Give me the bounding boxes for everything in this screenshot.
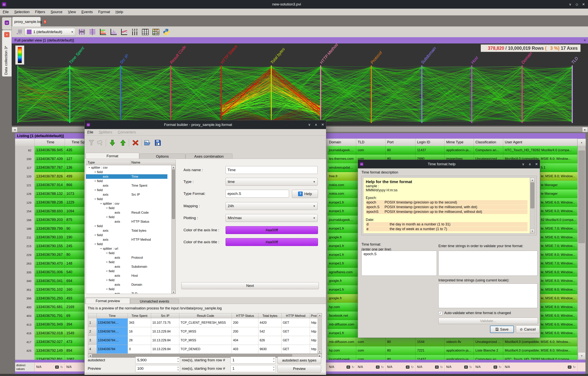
cell-time[interactable]: 1334036791.791 bbox=[35, 312, 65, 320]
tree-row[interactable]: axisSubdomain bbox=[86, 264, 168, 269]
autovalidate-row[interactable]: ✓ Auto-validate when time format is chan… bbox=[438, 311, 511, 315]
tab-options[interactable]: Options bbox=[139, 154, 185, 159]
preview-table[interactable]: TimeTime SpentSrc IPResult CodeHTTP Stat… bbox=[88, 313, 322, 354]
tab-unmatched-events[interactable]: Unmatched events bbox=[130, 299, 179, 304]
cell-domain[interactable]: europe1.fr bbox=[327, 259, 356, 268]
column-header-login-id[interactable]: Login ID bbox=[416, 139, 445, 146]
cell-time[interactable]: 1334036791.949 bbox=[35, 320, 65, 329]
dialog-close-button[interactable]: ✕ bbox=[533, 162, 540, 166]
preview-col-Time Spent[interactable]: Time Spent bbox=[128, 313, 151, 318]
autodetect-start-spinbox[interactable]: 1 ▲▼ bbox=[231, 357, 276, 364]
cell-domain[interactable]: google.fr bbox=[327, 277, 356, 285]
cell-tld[interactable]: com bbox=[356, 346, 386, 355]
preview-col-Src IP[interactable]: Src IP bbox=[151, 313, 179, 318]
preview-col-Result Code[interactable]: Result Code bbox=[179, 313, 232, 318]
autodetect-count-spinbox[interactable]: 5,900 ▲▼ bbox=[135, 357, 180, 364]
tree-row[interactable]: axisTime Spent bbox=[86, 183, 168, 188]
axis-total-bytes[interactable] bbox=[271, 65, 272, 123]
scroll-down-icon[interactable]: ▼ bbox=[578, 352, 586, 359]
refresh-icon[interactable]: ↻ bbox=[411, 365, 414, 369]
cell-mime-type[interactable]: video/x-flv bbox=[445, 338, 474, 346]
cell-port[interactable]: 80 bbox=[386, 338, 416, 346]
cell-time[interactable]: 1334036792.891 bbox=[35, 355, 65, 360]
dialog-minimize-button[interactable]: ∨ bbox=[520, 162, 526, 166]
cell-time[interactable]: 1334036790.155 bbox=[35, 242, 65, 251]
cell-time[interactable]: 1334036789.799 bbox=[35, 224, 65, 233]
tree-row[interactable]: ▼field bbox=[86, 242, 168, 246]
cell-login-id[interactable]: 11437 bbox=[416, 355, 445, 360]
cell-domain[interactable]: les-thermes.com bbox=[327, 155, 356, 163]
cell-domain[interactable]: google.fr bbox=[327, 233, 356, 242]
cell-time[interactable]: 1334036790.470 bbox=[35, 259, 65, 268]
python-console-icon[interactable] bbox=[163, 28, 170, 36]
column-header-classification[interactable]: Classification bbox=[474, 139, 503, 146]
count-values-icon[interactable] bbox=[494, 366, 497, 369]
cell-time[interactable]: 1334036792.149 bbox=[35, 346, 65, 355]
tree-row[interactable]: axisTLD bbox=[86, 292, 168, 294]
tree-expand-icon[interactable]: ▼ bbox=[105, 216, 109, 218]
axes-123-view-icon[interactable]: 1 2 3 bbox=[131, 28, 139, 36]
preview-count-spinbox[interactable]: 100 ▲▼ bbox=[135, 365, 180, 372]
axis-http-status[interactable] bbox=[221, 65, 222, 123]
tree-expand-icon[interactable]: ▼ bbox=[105, 252, 109, 254]
cell-domain[interactable]: europe1.fr bbox=[327, 285, 356, 294]
cell-domain[interactable]: mb-diffusion.com bbox=[327, 320, 356, 329]
tree-row[interactable]: axisHTTP Method bbox=[86, 237, 168, 242]
time-format-textarea[interactable]: epoch.S bbox=[361, 251, 437, 276]
cell-mime-type[interactable]: application/x-ja... bbox=[445, 146, 474, 155]
dialog-maximize-button[interactable]: ∧ bbox=[526, 162, 533, 166]
tree-rows[interactable]: ▼splitter : csv▼fieldaxisTime▼fieldaxisT… bbox=[86, 165, 168, 294]
menu-format[interactable]: Format bbox=[95, 10, 113, 14]
type-format-input[interactable]: epoch.S bbox=[226, 190, 289, 198]
cell-domain[interactable]: journaldugeek.... bbox=[327, 146, 356, 155]
parallel-view-close-icon[interactable]: ✕ bbox=[584, 39, 586, 42]
cell-time[interactable]: 1334036788.238 bbox=[35, 198, 65, 207]
listing-row-partial[interactable]: journaldugeek....com8011437application/x… bbox=[327, 355, 578, 360]
cell-user-agent[interactable]: HTC_Touch_HD_T8282 Mozilla/4.0 (compa... bbox=[503, 146, 578, 155]
scroll-thumb[interactable] bbox=[578, 151, 585, 243]
tree-row[interactable]: axisDomain bbox=[86, 282, 168, 287]
type-dropdown[interactable]: time▼ bbox=[226, 178, 318, 186]
cell-time[interactable]: 1334036791.681 bbox=[35, 303, 65, 312]
tree-row[interactable]: axisTotal bytes bbox=[86, 228, 168, 233]
column-header-rownum[interactable] bbox=[15, 139, 35, 146]
cell-domain[interactable]: journaldugeek.... bbox=[327, 355, 356, 360]
tab-format[interactable]: Format bbox=[85, 153, 139, 159]
menu-help[interactable]: Help bbox=[113, 10, 126, 14]
colored-listing-view-icon[interactable] bbox=[152, 28, 160, 36]
cell-time[interactable]: 1334036791.102 bbox=[35, 285, 65, 294]
save-icon[interactable] bbox=[154, 139, 162, 147]
column-header-domain[interactable]: Domain bbox=[327, 139, 356, 146]
tree-row[interactable]: ▼splitter : url bbox=[86, 246, 168, 251]
cell-time[interactable]: 1334036786.945 bbox=[35, 146, 65, 155]
cell-time[interactable]: 1334036788.693 bbox=[35, 207, 65, 216]
cell-domain[interactable]: hp.com bbox=[327, 346, 356, 355]
cell-domain[interactable]: europe1.fr bbox=[327, 207, 356, 216]
autovalidate-checkbox[interactable]: ✓ bbox=[438, 311, 442, 315]
close-collection-icon[interactable]: ✕ bbox=[4, 32, 9, 37]
preview-col-Total bytes[interactable]: Total bytes bbox=[258, 313, 282, 318]
tree-row[interactable]: axisSrc IP bbox=[86, 192, 168, 197]
close-button[interactable]: ✕ bbox=[580, 2, 587, 6]
axis-host[interactable] bbox=[471, 65, 472, 123]
preview-col-Time[interactable]: Time bbox=[97, 313, 128, 318]
tree-expand-icon[interactable]: ▼ bbox=[99, 202, 103, 205]
preview-col-HTTP Method[interactable]: HTTP Method bbox=[282, 313, 310, 318]
axis-http-method[interactable] bbox=[320, 65, 321, 123]
cell-classification[interactable]: Computers an... bbox=[474, 146, 503, 155]
tree-row[interactable]: axisResult Code bbox=[86, 210, 168, 215]
refresh-icon[interactable]: ↻ bbox=[440, 365, 443, 369]
tree-expand-icon[interactable]: ▼ bbox=[93, 234, 97, 236]
count-values-icon[interactable] bbox=[406, 366, 410, 369]
tree-expand-icon[interactable]: ▼ bbox=[105, 207, 109, 209]
dialog-close-button[interactable]: ✕ bbox=[319, 123, 326, 127]
cell-login-id[interactable]: 1544 bbox=[416, 338, 445, 346]
preview-col-Prot[interactable]: Prot bbox=[310, 313, 318, 318]
count-values-icon[interactable] bbox=[435, 366, 439, 369]
menu-events[interactable]: Events bbox=[79, 10, 95, 14]
tab-format-preview[interactable]: Format preview bbox=[85, 298, 130, 304]
cell-domain[interactable]: journaldugeek.... bbox=[327, 216, 356, 224]
cell-mime-type[interactable]: application/x-ja... bbox=[445, 355, 474, 360]
tree-row[interactable]: ▼field bbox=[86, 179, 168, 183]
dialog-menu-splitters[interactable]: Splitters bbox=[96, 130, 115, 134]
